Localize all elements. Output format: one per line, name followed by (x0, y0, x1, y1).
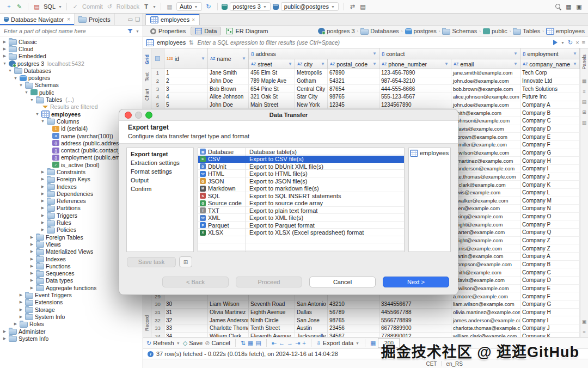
cell-street[interactable]: Eleventh Avenue (249, 333, 295, 337)
cell-company-name[interactable]: Company A (520, 253, 580, 261)
cell-email[interactable]: a.king@example.com (451, 213, 520, 221)
column-header-postal-code[interactable]: AZ postal_code ▼ (328, 59, 379, 69)
cell-id[interactable]: 31 (164, 309, 208, 317)
navigate-icon[interactable] (348, 2, 357, 11)
tab-data[interactable]: Data (191, 27, 221, 35)
cell-company-name[interactable]: Company D (520, 277, 580, 285)
chevron-right-icon[interactable]: ▶ (2, 54, 7, 58)
exporter-row[interactable]: XLSXExport to XLSX (Excel spreadsheet) f… (198, 229, 404, 237)
filter-funnel-icon[interactable] (127, 28, 133, 34)
exporter-row[interactable]: MarkdownExport to markdown file(s) (198, 185, 404, 193)
column-filter-icon[interactable]: ▼ (321, 62, 325, 66)
chevron-down-icon[interactable]: ▼ (136, 29, 139, 33)
cell-company-name[interactable]: Company A (520, 101, 580, 109)
column-header-id[interactable]: 123 id ▼ (164, 48, 208, 69)
cell-city[interactable]: Star City (295, 93, 328, 101)
row-number[interactable]: 30 (151, 300, 164, 309)
cell-name[interactable]: Jane Smith (208, 69, 249, 77)
chevron-right-icon[interactable]: ▶ (19, 308, 23, 312)
chevron-down-icon[interactable]: ▼ (58, 5, 62, 9)
cell-company-name[interactable]: Company J (520, 173, 580, 181)
fetch-all-icon[interactable] (302, 340, 305, 346)
cell-street[interactable]: 654 Pine St (249, 85, 295, 93)
cell-city[interactable]: Metropolis (295, 69, 328, 77)
rollback-icon[interactable] (105, 2, 114, 11)
export-data-button[interactable]: Export data ▼ (316, 340, 360, 347)
column-filter-icon[interactable]: ▼ (242, 56, 246, 61)
tree-item[interactable]: ▶Storage (0, 306, 143, 313)
cell-street[interactable]: 789 Maple Ave (249, 77, 295, 85)
tab-grid-view[interactable]: Grid (144, 54, 150, 65)
sort-icon[interactable] (241, 340, 246, 347)
chevron-right-icon[interactable]: ▶ (40, 177, 45, 181)
cell-email[interactable]: a.martinez@example.com (451, 157, 520, 165)
sql-editor-label[interactable]: SQL (44, 3, 56, 10)
chevron-right-icon[interactable]: ▶ (29, 235, 34, 240)
cell-company-name[interactable]: Tech Solutions (520, 85, 580, 93)
tree-item[interactable]: ▼postgres (0, 74, 143, 81)
cell-postal-code[interactable]: 87654 (328, 85, 379, 93)
chevron-down-icon[interactable]: ▼ (2, 62, 7, 65)
sql-filter-input[interactable] (196, 39, 550, 46)
chevron-right-icon[interactable]: ▶ (40, 185, 45, 189)
tree-item[interactable]: ▼public (0, 89, 143, 96)
cell-email[interactable]: john.doe@example.com (451, 101, 520, 109)
cell-postal-code[interactable]: 54321 (328, 77, 379, 85)
cell-email[interactable]: bob.brown@example.com (451, 85, 520, 93)
cell-company-name[interactable]: Company D (520, 125, 580, 133)
chevron-right-icon[interactable]: ▶ (40, 213, 45, 218)
cell-name[interactable]: William Clark (208, 333, 249, 337)
cell-email[interactable]: william.clark@example.com (451, 333, 520, 337)
schema-dropdown[interactable]: public@postgres ▼ (281, 2, 339, 11)
cell-email[interactable]: olivia.martinez@example.com (451, 309, 520, 317)
close-window-icon[interactable] (125, 112, 132, 119)
chevron-down-icon[interactable]: ▼ (13, 76, 18, 80)
metadata-panel-icon[interactable]: ≡ (583, 89, 585, 94)
exporter-row[interactable]: CSVExport to CSV file(s) (198, 156, 404, 163)
cell-phone-number[interactable]: 5566778899 (379, 316, 451, 324)
cell-postal-code[interactable]: 56789 (328, 309, 379, 317)
cell-email[interactable]: a.moore@example.com (451, 292, 520, 300)
transaction-mode-icon[interactable] (142, 2, 151, 11)
filter-menu-icon[interactable]: ≡ (582, 39, 585, 46)
cell-company-name[interactable]: Company Z (520, 244, 580, 253)
source-table-row[interactable]: employees (410, 149, 449, 157)
cell-company-name[interactable]: Company G (520, 149, 580, 157)
apps-icon[interactable] (564, 2, 573, 11)
cell-email[interactable]: thompson@example.com (451, 261, 520, 269)
refresh-results-icon[interactable]: ↻ (568, 39, 573, 46)
cell-email[interactable]: alice.johnson@example.com (451, 93, 520, 101)
locale-label[interactable]: en_RS (446, 361, 463, 367)
chevron-down-icon[interactable]: ▼ (24, 90, 29, 94)
exporter-row[interactable]: HTMLExport to HTML file(s) (198, 170, 404, 178)
cell-street[interactable]: Ninth Circle (249, 316, 295, 324)
refresh-connection-icon[interactable] (204, 2, 213, 11)
next-page-icon[interactable] (287, 340, 293, 346)
cell-company-name[interactable]: Company F (520, 141, 580, 149)
column-filter-icon[interactable]: ▼ (444, 62, 449, 66)
last-page-icon[interactable] (295, 340, 300, 347)
chevron-right-icon[interactable]: ▶ (29, 257, 34, 261)
chevron-right-icon[interactable]: ▶ (29, 249, 34, 254)
column-header-city[interactable]: AZ city ▼ (295, 59, 328, 69)
cell-company-name[interactable]: Company I (520, 316, 580, 324)
cell-phone-number[interactable]: 6677889900 (379, 324, 451, 333)
cell-city[interactable]: New York (295, 101, 328, 109)
row-number[interactable]: 33 (151, 324, 164, 333)
chevron-right-icon[interactable]: ▶ (2, 329, 7, 334)
cell-city[interactable]: San Jose (295, 316, 328, 324)
exporter-row[interactable]: TXTExport to plain text format (198, 207, 404, 214)
cell-company-name[interactable]: Tech Corp (520, 69, 580, 77)
commit-label[interactable]: Commit (82, 3, 103, 10)
cell-phone-number[interactable]: 3344556677 (379, 300, 451, 309)
cell-email[interactable]: m.clark@example.com (451, 181, 520, 189)
tab-er-diagram[interactable]: ER Diagram (222, 27, 272, 35)
cell-street[interactable]: 456 Elm St (249, 69, 295, 77)
zoom-window-icon[interactable] (145, 112, 152, 119)
exporter-row[interactable]: DatabaseDatabase table(s) (198, 148, 404, 156)
cell-company-name[interactable]: Company B (520, 109, 580, 117)
row-number[interactable]: 2 (151, 77, 164, 85)
breadcrumb-item[interactable]: employees (546, 28, 585, 35)
column-filter-icon[interactable]: ▼ (513, 51, 518, 56)
column-header-email[interactable]: AZ email ▼ (451, 59, 520, 69)
